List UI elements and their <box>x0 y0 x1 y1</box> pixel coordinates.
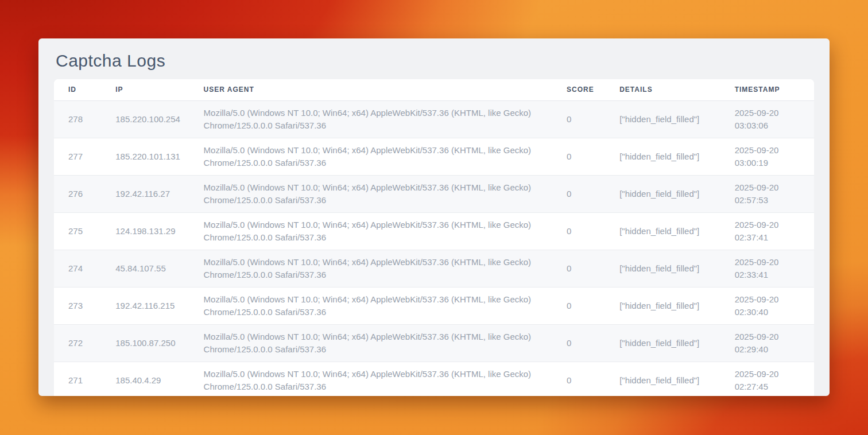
cell-user_agent: Mozilla/5.0 (Windows NT 10.0; Win64; x64… <box>198 138 561 175</box>
cell-id: 278 <box>54 100 110 138</box>
cell-ip: 185.220.100.254 <box>110 100 197 138</box>
table-row: 272185.100.87.250Mozilla/5.0 (Windows NT… <box>54 324 814 362</box>
cell-timestamp: 2025-09-20 02:30:40 <box>729 287 814 324</box>
cell-ip: 185.220.101.131 <box>110 138 197 175</box>
cell-ip: 192.42.116.27 <box>110 175 197 212</box>
cell-score: 0 <box>561 138 614 175</box>
table-row: 27445.84.107.55Mozilla/5.0 (Windows NT 1… <box>54 250 814 287</box>
cell-user_agent: Mozilla/5.0 (Windows NT 10.0; Win64; x64… <box>198 175 561 212</box>
cell-timestamp: 2025-09-20 02:37:41 <box>729 212 814 250</box>
cell-ip: 124.198.131.29 <box>110 212 197 250</box>
cell-score: 0 <box>561 212 614 250</box>
cell-user_agent: Mozilla/5.0 (Windows NT 10.0; Win64; x64… <box>198 324 561 362</box>
cell-id: 277 <box>54 138 110 175</box>
cell-score: 0 <box>561 324 614 362</box>
cell-details: ["hidden_field_filled"] <box>614 100 728 138</box>
cell-timestamp: 2025-09-20 02:27:45 <box>729 362 814 396</box>
column-header-id: ID <box>54 79 110 100</box>
cell-user_agent: Mozilla/5.0 (Windows NT 10.0; Win64; x64… <box>198 100 561 138</box>
cell-score: 0 <box>561 175 614 212</box>
column-header-score: SCORE <box>561 79 614 100</box>
cell-score: 0 <box>561 100 614 138</box>
table-row: 273192.42.116.215Mozilla/5.0 (Windows NT… <box>54 287 814 324</box>
logs-table-body: 278185.220.100.254Mozilla/5.0 (Windows N… <box>54 100 814 396</box>
table-row: 271185.40.4.29Mozilla/5.0 (Windows NT 10… <box>54 362 814 396</box>
cell-id: 271 <box>54 362 110 396</box>
captcha-logs-card: Captcha Logs ID IP USER AGENT SCORE DETA… <box>38 38 830 396</box>
table-header-row: ID IP USER AGENT SCORE DETAILS TIMESTAMP <box>54 79 814 100</box>
cell-id: 274 <box>54 250 110 287</box>
cell-details: ["hidden_field_filled"] <box>614 212 728 250</box>
logs-data-table: ID IP USER AGENT SCORE DETAILS TIMESTAMP… <box>54 79 814 396</box>
cell-score: 0 <box>561 287 614 324</box>
column-header-timestamp: TIMESTAMP <box>729 79 814 100</box>
cell-ip: 185.40.4.29 <box>110 362 197 396</box>
table-row: 276192.42.116.27Mozilla/5.0 (Windows NT … <box>54 175 814 212</box>
table-row: 277185.220.101.131Mozilla/5.0 (Windows N… <box>54 138 814 175</box>
cell-timestamp: 2025-09-20 02:57:53 <box>729 175 814 212</box>
table-row: 275124.198.131.29Mozilla/5.0 (Windows NT… <box>54 212 814 250</box>
cell-timestamp: 2025-09-20 03:00:19 <box>729 138 814 175</box>
cell-timestamp: 2025-09-20 02:29:40 <box>729 324 814 362</box>
cell-details: ["hidden_field_filled"] <box>614 362 728 396</box>
cell-details: ["hidden_field_filled"] <box>614 250 728 287</box>
page-title: Captcha Logs <box>38 38 830 79</box>
cell-details: ["hidden_field_filled"] <box>614 175 728 212</box>
cell-timestamp: 2025-09-20 02:33:41 <box>729 250 814 287</box>
cell-details: ["hidden_field_filled"] <box>614 138 728 175</box>
cell-user_agent: Mozilla/5.0 (Windows NT 10.0; Win64; x64… <box>198 362 561 396</box>
cell-id: 273 <box>54 287 110 324</box>
cell-details: ["hidden_field_filled"] <box>614 324 728 362</box>
table-row: 278185.220.100.254Mozilla/5.0 (Windows N… <box>54 100 814 138</box>
cell-user_agent: Mozilla/5.0 (Windows NT 10.0; Win64; x64… <box>198 287 561 324</box>
column-header-user-agent: USER AGENT <box>198 79 561 100</box>
cell-id: 275 <box>54 212 110 250</box>
cell-timestamp: 2025-09-20 03:03:06 <box>729 100 814 138</box>
column-header-ip: IP <box>110 79 197 100</box>
cell-score: 0 <box>561 362 614 396</box>
cell-ip: 192.42.116.215 <box>110 287 197 324</box>
cell-id: 276 <box>54 175 110 212</box>
column-header-details: DETAILS <box>614 79 728 100</box>
cell-user_agent: Mozilla/5.0 (Windows NT 10.0; Win64; x64… <box>198 212 561 250</box>
cell-ip: 185.100.87.250 <box>110 324 197 362</box>
cell-score: 0 <box>561 250 614 287</box>
cell-details: ["hidden_field_filled"] <box>614 287 728 324</box>
cell-id: 272 <box>54 324 110 362</box>
cell-ip: 45.84.107.55 <box>110 250 197 287</box>
logs-table: ID IP USER AGENT SCORE DETAILS TIMESTAMP… <box>54 79 814 396</box>
page-background: { "page": { "title": "Captcha Logs" }, "… <box>0 0 868 435</box>
cell-user_agent: Mozilla/5.0 (Windows NT 10.0; Win64; x64… <box>198 250 561 287</box>
